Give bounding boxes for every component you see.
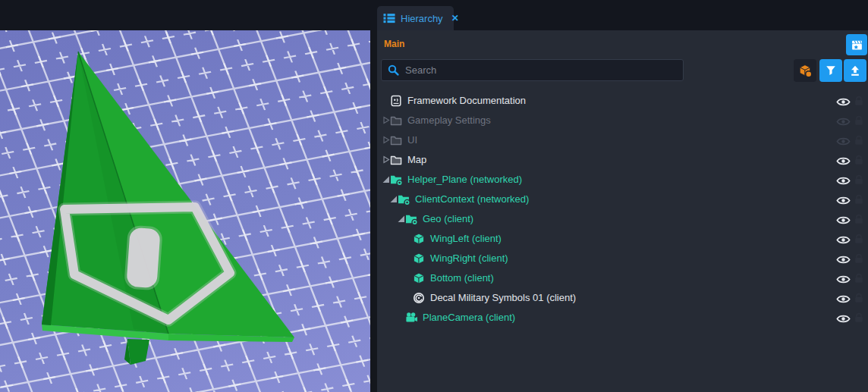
tree-item-label: Map (407, 150, 426, 170)
tree-item-label: ClientContext (networked) (415, 190, 529, 209)
tree-row[interactable]: ClientContext (networked) (377, 190, 868, 209)
tab-hierarchy[interactable]: Hierarchy ✕ (377, 6, 454, 30)
expand-arrow-icon[interactable] (389, 195, 398, 203)
publish-button[interactable] (844, 59, 866, 82)
tree-item-label: WingLeft (client) (430, 229, 502, 249)
lock-icon[interactable] (854, 273, 863, 284)
tree-row[interactable]: WingLeft (client) (377, 229, 868, 249)
cinematic-button[interactable] (846, 34, 867, 55)
search-icon (388, 64, 399, 76)
context-label: Main (384, 39, 404, 49)
tree-item-label: Gameplay Settings (407, 111, 491, 130)
networked-objects-button[interactable] (794, 59, 816, 82)
hierarchy-icon (383, 12, 395, 24)
visibility-eye-icon[interactable] (836, 313, 851, 323)
tab-label: Hierarchy (401, 13, 443, 24)
hierarchy-tree: Framework DocumentationGameplay Settings… (377, 91, 868, 328)
plane-fin (127, 339, 149, 365)
decal-icon (413, 292, 425, 304)
folder-badge-icon (405, 213, 417, 225)
visibility-eye-icon[interactable] (836, 116, 851, 126)
lock-icon[interactable] (854, 234, 863, 244)
hierarchy-panel: Main (377, 30, 868, 392)
tree-row[interactable]: UI (377, 130, 868, 150)
folder-badge-icon (398, 193, 410, 205)
lock-icon[interactable] (854, 293, 863, 303)
tree-item-label: Helper_Plane (networked) (407, 170, 522, 190)
visibility-eye-icon[interactable] (836, 254, 851, 264)
tree-item-label: WingRight (client) (430, 249, 508, 268)
lock-icon[interactable] (854, 214, 863, 224)
visibility-eye-icon[interactable] (836, 274, 851, 284)
visibility-eye-icon[interactable] (836, 234, 851, 244)
visibility-eye-icon[interactable] (836, 96, 851, 106)
lock-icon[interactable] (854, 115, 863, 126)
search-input[interactable] (404, 64, 677, 77)
tab-bar: Hierarchy ✕ (0, 0, 868, 30)
visibility-eye-icon[interactable] (836, 215, 851, 224)
visibility-eye-icon[interactable] (836, 293, 851, 303)
upload-arrow-icon (849, 64, 861, 77)
panel-splitter[interactable] (370, 30, 377, 392)
tree-row[interactable]: Map (377, 150, 868, 170)
tree-item-label: PlaneCamera (client) (423, 308, 515, 328)
expand-arrow-icon[interactable] (382, 116, 390, 124)
tree-item-label: UI (407, 130, 417, 150)
tree-item-label: Geo (client) (423, 209, 473, 229)
tree-row[interactable]: Geo (client) (377, 209, 868, 229)
folder-icon (390, 134, 402, 146)
folder-badge-icon (390, 174, 402, 186)
viewport-render (0, 30, 370, 392)
expand-arrow-icon[interactable] (382, 136, 390, 144)
lock-icon[interactable] (854, 174, 863, 185)
tree-row[interactable]: Gameplay Settings (377, 111, 868, 130)
funnel-icon (825, 64, 837, 77)
visibility-eye-icon[interactable] (836, 155, 851, 165)
cube-icon (413, 272, 425, 284)
folder-icon (390, 154, 402, 166)
lock-icon[interactable] (854, 155, 863, 165)
tree-row[interactable]: Helper_Plane (networked) (377, 170, 868, 190)
lock-icon[interactable] (854, 135, 863, 146)
orange-cube-icon (798, 64, 813, 78)
tree-row[interactable]: Bottom (client) (377, 268, 868, 288)
cube-icon (413, 252, 425, 265)
viewport-3d[interactable] (0, 30, 370, 392)
tree-item-label: Bottom (client) (430, 268, 494, 288)
doc-icon (390, 95, 402, 107)
lock-icon[interactable] (854, 96, 863, 106)
expand-arrow-icon[interactable] (397, 215, 405, 223)
lock-icon[interactable] (854, 194, 863, 205)
tree-row[interactable]: PlaneCamera (client) (377, 308, 868, 328)
tree-row[interactable]: Decal Military Symbols 01 (client) (377, 288, 868, 308)
clapperboard-icon (851, 39, 863, 52)
expand-arrow-icon[interactable] (382, 175, 390, 183)
search-box[interactable] (381, 59, 684, 81)
editor-window: Hierarchy ✕ Main (0, 0, 868, 392)
visibility-eye-icon[interactable] (836, 136, 851, 146)
tree-row[interactable]: Framework Documentation (377, 91, 868, 111)
folder-icon (390, 114, 402, 127)
lock-icon[interactable] (854, 253, 863, 264)
tab-close-icon[interactable]: ✕ (448, 13, 462, 24)
camera-icon (405, 312, 417, 324)
tree-row[interactable]: WingRight (client) (377, 249, 868, 268)
filter-button[interactable] (819, 59, 842, 82)
tree-item-label: Decal Military Symbols 01 (client) (430, 288, 576, 308)
expand-arrow-icon[interactable] (382, 155, 390, 164)
visibility-eye-icon[interactable] (836, 195, 851, 205)
lock-icon[interactable] (854, 312, 863, 323)
cube-icon (413, 233, 425, 245)
tree-item-label: Framework Documentation (407, 91, 526, 111)
visibility-eye-icon[interactable] (836, 175, 851, 185)
